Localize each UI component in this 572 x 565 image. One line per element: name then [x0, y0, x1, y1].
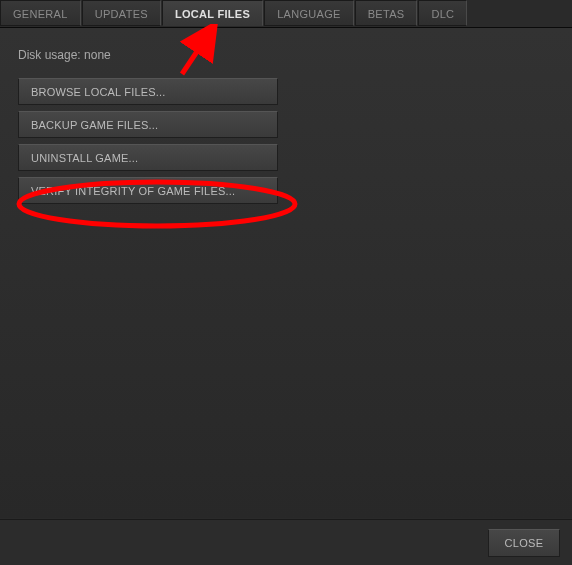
close-button[interactable]: CLOSE	[488, 529, 560, 557]
tab-betas[interactable]: BETAS	[355, 0, 418, 26]
bottom-bar: CLOSE	[0, 519, 572, 565]
tab-general[interactable]: GENERAL	[0, 0, 81, 26]
tab-dlc[interactable]: DLC	[418, 0, 467, 26]
uninstall-game-button[interactable]: UNINSTALL GAME...	[18, 144, 278, 171]
backup-game-files-button[interactable]: BACKUP GAME FILES...	[18, 111, 278, 138]
browse-local-files-button[interactable]: BROWSE LOCAL FILES...	[18, 78, 278, 105]
verify-integrity-button[interactable]: VERIFY INTEGRITY OF GAME FILES...	[18, 177, 278, 204]
tab-updates[interactable]: UPDATES	[82, 0, 161, 26]
tab-language[interactable]: LANGUAGE	[264, 0, 354, 26]
tab-content: Disk usage: none BROWSE LOCAL FILES... B…	[0, 28, 572, 518]
tab-local-files[interactable]: LOCAL FILES	[162, 0, 263, 26]
disk-usage-label: Disk usage: none	[18, 48, 554, 62]
tabs-bar: GENERAL UPDATES LOCAL FILES LANGUAGE BET…	[0, 0, 572, 28]
